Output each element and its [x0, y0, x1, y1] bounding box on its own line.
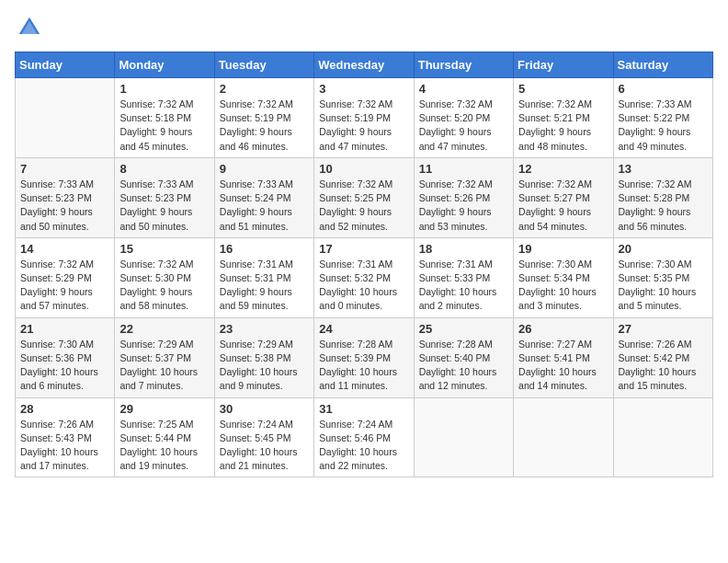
cell-content: Sunrise: 7:28 AM Sunset: 5:40 PM Dayligh…	[419, 338, 508, 394]
cell-content: Sunrise: 7:30 AM Sunset: 5:35 PM Dayligh…	[619, 258, 708, 314]
calendar-header-row: SundayMondayTuesdayWednesdayThursdayFrid…	[16, 52, 713, 78]
day-number: 1	[119, 82, 209, 96]
cell-content: Sunrise: 7:29 AM Sunset: 5:37 PM Dayligh…	[119, 338, 209, 394]
calendar-cell: 26Sunrise: 7:27 AM Sunset: 5:41 PM Dayli…	[514, 317, 613, 397]
cell-content: Sunrise: 7:32 AM Sunset: 5:21 PM Dayligh…	[518, 98, 608, 154]
cell-content: Sunrise: 7:31 AM Sunset: 5:31 PM Dayligh…	[220, 258, 309, 314]
week-row-5: 28Sunrise: 7:26 AM Sunset: 5:43 PM Dayli…	[16, 397, 713, 477]
logo-icon	[17, 15, 42, 40]
calendar-cell: 20Sunrise: 7:30 AM Sunset: 5:35 PM Dayli…	[613, 237, 712, 317]
calendar-cell: 13Sunrise: 7:32 AM Sunset: 5:28 PM Dayli…	[613, 157, 712, 237]
calendar-cell: 11Sunrise: 7:32 AM Sunset: 5:26 PM Dayli…	[414, 157, 513, 237]
day-number: 23	[220, 322, 309, 336]
calendar-cell: 17Sunrise: 7:31 AM Sunset: 5:32 PM Dayli…	[314, 237, 414, 317]
calendar-cell: 14Sunrise: 7:32 AM Sunset: 5:29 PM Dayli…	[16, 237, 115, 317]
calendar-cell	[613, 397, 712, 477]
day-number: 22	[119, 322, 209, 336]
day-number: 26	[518, 322, 608, 336]
day-number: 13	[619, 162, 708, 176]
cell-content: Sunrise: 7:24 AM Sunset: 5:46 PM Dayligh…	[319, 418, 408, 474]
cell-content: Sunrise: 7:32 AM Sunset: 5:28 PM Dayligh…	[619, 178, 708, 234]
cell-content: Sunrise: 7:29 AM Sunset: 5:38 PM Dayligh…	[220, 338, 309, 394]
cell-content: Sunrise: 7:32 AM Sunset: 5:29 PM Dayligh…	[20, 258, 109, 314]
day-number: 4	[419, 82, 508, 96]
calendar-cell: 29Sunrise: 7:25 AM Sunset: 5:44 PM Dayli…	[115, 397, 214, 477]
calendar-cell	[414, 397, 513, 477]
calendar-cell: 18Sunrise: 7:31 AM Sunset: 5:33 PM Dayli…	[414, 237, 513, 317]
day-number: 3	[319, 82, 408, 96]
calendar-cell: 3Sunrise: 7:32 AM Sunset: 5:19 PM Daylig…	[314, 78, 414, 158]
cell-content: Sunrise: 7:33 AM Sunset: 5:22 PM Dayligh…	[619, 98, 708, 154]
calendar-cell: 27Sunrise: 7:26 AM Sunset: 5:42 PM Dayli…	[613, 317, 712, 397]
cell-content: Sunrise: 7:32 AM Sunset: 5:25 PM Dayligh…	[319, 178, 408, 234]
logo	[15, 15, 44, 40]
week-row-2: 7Sunrise: 7:33 AM Sunset: 5:23 PM Daylig…	[16, 157, 713, 237]
col-header-tuesday: Tuesday	[214, 52, 313, 78]
calendar-cell	[514, 397, 613, 477]
cell-content: Sunrise: 7:28 AM Sunset: 5:39 PM Dayligh…	[319, 338, 408, 394]
day-number: 12	[518, 162, 608, 176]
cell-content: Sunrise: 7:32 AM Sunset: 5:26 PM Dayligh…	[419, 178, 508, 234]
day-number: 5	[518, 82, 608, 96]
calendar-cell: 7Sunrise: 7:33 AM Sunset: 5:23 PM Daylig…	[16, 157, 115, 237]
calendar-cell: 5Sunrise: 7:32 AM Sunset: 5:21 PM Daylig…	[514, 78, 613, 158]
day-number: 10	[319, 162, 408, 176]
cell-content: Sunrise: 7:32 AM Sunset: 5:18 PM Dayligh…	[119, 98, 209, 154]
day-number: 24	[319, 322, 408, 336]
day-number: 27	[619, 322, 708, 336]
cell-content: Sunrise: 7:31 AM Sunset: 5:32 PM Dayligh…	[319, 258, 408, 314]
cell-content: Sunrise: 7:26 AM Sunset: 5:43 PM Dayligh…	[20, 418, 109, 474]
calendar-cell: 19Sunrise: 7:30 AM Sunset: 5:34 PM Dayli…	[514, 237, 613, 317]
day-number: 28	[20, 402, 109, 416]
cell-content: Sunrise: 7:30 AM Sunset: 5:36 PM Dayligh…	[20, 338, 109, 394]
calendar-cell: 12Sunrise: 7:32 AM Sunset: 5:27 PM Dayli…	[514, 157, 613, 237]
week-row-3: 14Sunrise: 7:32 AM Sunset: 5:29 PM Dayli…	[16, 237, 713, 317]
calendar-cell: 2Sunrise: 7:32 AM Sunset: 5:19 PM Daylig…	[214, 78, 313, 158]
cell-content: Sunrise: 7:24 AM Sunset: 5:45 PM Dayligh…	[220, 418, 309, 474]
day-number: 20	[619, 242, 708, 256]
calendar-cell: 15Sunrise: 7:32 AM Sunset: 5:30 PM Dayli…	[115, 237, 214, 317]
day-number: 8	[119, 162, 209, 176]
calendar-cell: 6Sunrise: 7:33 AM Sunset: 5:22 PM Daylig…	[613, 78, 712, 158]
cell-content: Sunrise: 7:32 AM Sunset: 5:27 PM Dayligh…	[518, 178, 608, 234]
cell-content: Sunrise: 7:30 AM Sunset: 5:34 PM Dayligh…	[518, 258, 608, 314]
calendar-cell: 22Sunrise: 7:29 AM Sunset: 5:37 PM Dayli…	[115, 317, 214, 397]
cell-content: Sunrise: 7:33 AM Sunset: 5:24 PM Dayligh…	[220, 178, 309, 234]
day-number: 25	[419, 322, 508, 336]
calendar-cell: 21Sunrise: 7:30 AM Sunset: 5:36 PM Dayli…	[16, 317, 115, 397]
day-number: 15	[119, 242, 209, 256]
calendar-cell: 4Sunrise: 7:32 AM Sunset: 5:20 PM Daylig…	[414, 78, 513, 158]
cell-content: Sunrise: 7:32 AM Sunset: 5:19 PM Dayligh…	[319, 98, 408, 154]
day-number: 18	[419, 242, 508, 256]
calendar-cell: 30Sunrise: 7:24 AM Sunset: 5:45 PM Dayli…	[214, 397, 313, 477]
calendar-cell: 28Sunrise: 7:26 AM Sunset: 5:43 PM Dayli…	[16, 397, 115, 477]
col-header-friday: Friday	[514, 52, 613, 78]
day-number: 17	[319, 242, 408, 256]
day-number: 30	[220, 402, 309, 416]
cell-content: Sunrise: 7:26 AM Sunset: 5:42 PM Dayligh…	[619, 338, 708, 394]
col-header-wednesday: Wednesday	[314, 52, 414, 78]
cell-content: Sunrise: 7:32 AM Sunset: 5:30 PM Dayligh…	[119, 258, 209, 314]
col-header-thursday: Thursday	[414, 52, 513, 78]
col-header-monday: Monday	[115, 52, 214, 78]
day-number: 7	[20, 162, 109, 176]
col-header-saturday: Saturday	[613, 52, 712, 78]
cell-content: Sunrise: 7:33 AM Sunset: 5:23 PM Dayligh…	[119, 178, 209, 234]
col-header-sunday: Sunday	[16, 52, 115, 78]
day-number: 11	[419, 162, 508, 176]
calendar-cell: 23Sunrise: 7:29 AM Sunset: 5:38 PM Dayli…	[214, 317, 313, 397]
calendar-table: SundayMondayTuesdayWednesdayThursdayFrid…	[15, 52, 713, 477]
day-number: 14	[20, 242, 109, 256]
day-number: 31	[319, 402, 408, 416]
day-number: 9	[220, 162, 309, 176]
day-number: 29	[119, 402, 209, 416]
day-number: 19	[518, 242, 608, 256]
cell-content: Sunrise: 7:27 AM Sunset: 5:41 PM Dayligh…	[518, 338, 608, 394]
calendar-cell: 8Sunrise: 7:33 AM Sunset: 5:23 PM Daylig…	[115, 157, 214, 237]
page-header	[15, 15, 713, 40]
day-number: 21	[20, 322, 109, 336]
cell-content: Sunrise: 7:25 AM Sunset: 5:44 PM Dayligh…	[119, 418, 209, 474]
day-number: 2	[220, 82, 309, 96]
cell-content: Sunrise: 7:32 AM Sunset: 5:19 PM Dayligh…	[220, 98, 309, 154]
week-row-1: 1Sunrise: 7:32 AM Sunset: 5:18 PM Daylig…	[16, 78, 713, 158]
